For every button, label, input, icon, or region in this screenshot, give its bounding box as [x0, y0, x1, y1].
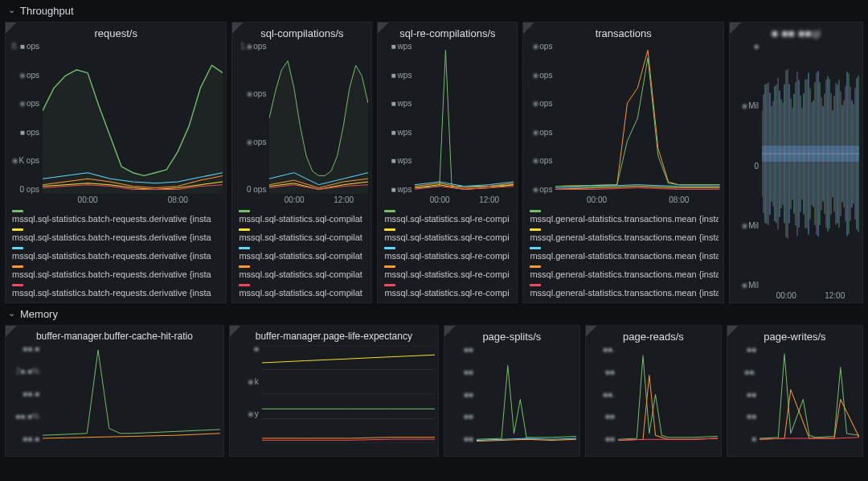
- panel-info-icon[interactable]: [523, 23, 534, 34]
- panel-info-icon[interactable]: [586, 326, 597, 337]
- panel-info-icon[interactable]: [230, 326, 241, 337]
- panel-sql-re-compilations-s[interactable]: sql-re-compilations/s ■wps ■wps ■wps ■wp…: [377, 22, 518, 303]
- plot: [262, 345, 435, 443]
- panel-title: sql-re-compilations/s: [378, 23, 517, 43]
- legend-label[interactable]: mssql.sql-statistics.sql-compilat: [239, 214, 366, 224]
- legend-swatch: [530, 210, 541, 212]
- legend-swatch: [384, 247, 395, 249]
- chart: ■■. ■■ ■■. ■■ ■■: [586, 346, 721, 456]
- legend-label[interactable]: mssql.general-statistics.transactions.me…: [530, 269, 719, 279]
- y-axis: ■wps ■wps ■wps ■wps ■wps ■wps: [378, 43, 415, 194]
- legend-swatch: [12, 247, 23, 249]
- chevron-down-icon: ⌄: [8, 308, 15, 319]
- legend-swatch: [239, 265, 250, 268]
- plot: [477, 346, 576, 443]
- panel-info-icon[interactable]: [727, 326, 739, 337]
- row-header-throughput[interactable]: ⌄ Throughput: [0, 0, 868, 22]
- plot: [43, 345, 220, 443]
- legend: mssql.general-statistics.transactions.me…: [523, 207, 723, 302]
- panel-title: ■ ■■ ■■ql: [730, 23, 862, 43]
- panel-transactions[interactable]: transactions ■ops ■ops ■ops ■ops ■ops ■o…: [522, 22, 724, 303]
- legend-swatch: [384, 265, 395, 268]
- panel-title: sql-compilations/s: [232, 23, 371, 43]
- legend-swatch: [239, 210, 250, 212]
- legend-swatch: [12, 228, 23, 231]
- x-axis: 00:00 12:00: [415, 195, 514, 207]
- x-axis: [760, 445, 859, 456]
- chart: 8.■ops ■ops ■ops ■ops ■K ops 0 ops 00:00…: [6, 43, 226, 207]
- plot: [555, 43, 720, 194]
- panel-info-icon[interactable]: [6, 23, 17, 34]
- panel-page-writes-s[interactable]: page-writes/s ■■ ■■. ■■ ■■ ■: [727, 325, 863, 457]
- legend-label[interactable]: mssql.sql-statistics.sql-re-compi: [384, 288, 512, 298]
- chart: ■ ■k ■y: [230, 345, 438, 456]
- panel-page-life-expectancy[interactable]: buffer-manager.page-life-expectancy ■ ■k…: [229, 325, 439, 457]
- legend-swatch: [384, 284, 395, 286]
- panel-page-reads-s[interactable]: page-reads/s ■■. ■■ ■■. ■■ ■■: [585, 325, 722, 457]
- throughput-panels: request/s 8.■ops ■ops ■ops ■ops ■K ops 0…: [0, 22, 868, 303]
- legend-label[interactable]: mssql.sql-statistics.batch-requests.deri…: [12, 288, 221, 298]
- legend-label[interactable]: mssql.sql-statistics.sql-re-compi: [384, 214, 512, 224]
- row-title: Memory: [20, 308, 58, 320]
- panel-info-icon[interactable]: [378, 23, 389, 34]
- legend-label[interactable]: mssql.sql-statistics.sql-compilat: [239, 288, 366, 298]
- panel-title: page-reads/s: [586, 326, 721, 346]
- row-header-memory[interactable]: ⌄ Memory: [0, 303, 868, 325]
- plot: [415, 43, 514, 194]
- x-axis: [477, 445, 576, 456]
- panel-unknown[interactable]: ■ ■■ ■■ql ■ ■Mil 0 ■Mil ■Mil 00:00 12:00: [729, 22, 863, 303]
- panel-title: transactions: [523, 23, 723, 43]
- x-axis: 00:00 08:00: [555, 195, 720, 207]
- panel-sql-compilations-s[interactable]: sql-compilations/s 1.■ops ■ops ■ops 0 op…: [231, 22, 372, 303]
- chart: ■■ ■■ ■■ ■■ ■■: [444, 346, 579, 456]
- legend-label[interactable]: mssql.general-statistics.transactions.me…: [530, 232, 719, 242]
- legend-label[interactable]: mssql.sql-statistics.sql-re-compi: [384, 269, 512, 279]
- legend-label[interactable]: mssql.sql-statistics.batch-requests.deri…: [12, 232, 221, 242]
- legend-swatch: [12, 210, 23, 212]
- plot: [43, 43, 223, 194]
- legend-label[interactable]: mssql.sql-statistics.sql-compilat: [239, 232, 366, 242]
- y-axis: ■ ■Mil 0 ■Mil ■Mil: [730, 43, 762, 290]
- legend-label[interactable]: mssql.sql-statistics.batch-requests.deri…: [12, 251, 221, 261]
- chart: ■ops ■ops ■ops ■ops ■ops ■ops 00:00 08:0…: [523, 43, 723, 207]
- x-axis: 00:00 12:00: [762, 291, 859, 302]
- legend-label[interactable]: mssql.sql-statistics.batch-requests.deri…: [12, 269, 221, 279]
- panel-request-s[interactable]: request/s 8.■ops ■ops ■ops ■ops ■K ops 0…: [5, 22, 227, 303]
- legend-swatch: [530, 228, 541, 231]
- legend-label[interactable]: mssql.sql-statistics.batch-requests.deri…: [12, 214, 221, 224]
- legend-label[interactable]: mssql.sql-statistics.sql-compilat: [239, 269, 366, 279]
- legend-label[interactable]: mssql.sql-statistics.sql-re-compi: [384, 251, 512, 261]
- legend-swatch: [12, 265, 23, 268]
- x-axis: 00:00 08:00: [43, 195, 223, 207]
- y-axis: ■■. ■■ ■■. ■■ ■■: [586, 346, 618, 443]
- legend-label[interactable]: mssql.sql-statistics.sql-compilat: [239, 251, 366, 261]
- legend-swatch: [530, 247, 541, 249]
- y-axis: ■■.■ 2■.■% ■■.■ ■■.■% ■■.■: [6, 345, 43, 443]
- legend-label[interactable]: mssql.sql-statistics.sql-re-compi: [384, 232, 512, 242]
- x-axis: 00:00 12:00: [269, 195, 368, 207]
- chart: 1.■ops ■ops ■ops 0 ops 00:00 12:00: [232, 43, 371, 207]
- x-axis: [262, 445, 435, 456]
- panel-info-icon[interactable]: [232, 23, 244, 34]
- panel-title: buffer-manager.page-life-expectancy: [230, 326, 438, 345]
- legend-label[interactable]: mssql.general-statistics.transactions.me…: [530, 214, 719, 224]
- legend: mssql.sql-statistics.sql-compilat mssql.…: [232, 207, 371, 302]
- memory-panels: buffer-manager.buffer-cache-hit-ratio ■■…: [0, 325, 868, 457]
- chevron-down-icon: ⌄: [8, 5, 15, 15]
- panel-title: page-writes/s: [727, 326, 862, 346]
- panel-page-splits-s[interactable]: page-splits/s ■■ ■■ ■■ ■■ ■■: [444, 325, 580, 457]
- legend-label[interactable]: mssql.general-statistics.transactions.me…: [530, 251, 719, 261]
- y-axis: 8.■ops ■ops ■ops ■ops ■K ops 0 ops: [6, 43, 43, 194]
- legend-swatch: [530, 265, 541, 268]
- x-axis: [618, 445, 718, 456]
- panel-info-icon[interactable]: [6, 326, 17, 337]
- plot: [618, 346, 718, 443]
- panel-info-icon[interactable]: [444, 326, 456, 337]
- plot: [760, 346, 859, 443]
- chart: ■■ ■■. ■■ ■■ ■: [727, 346, 862, 456]
- legend-swatch: [239, 247, 250, 249]
- legend-swatch: [384, 228, 395, 231]
- legend-swatch: [12, 284, 23, 286]
- legend-label[interactable]: mssql.general-statistics.transactions.me…: [530, 288, 719, 298]
- panel-buffer-cache-hit-ratio[interactable]: buffer-manager.buffer-cache-hit-ratio ■■…: [5, 325, 224, 457]
